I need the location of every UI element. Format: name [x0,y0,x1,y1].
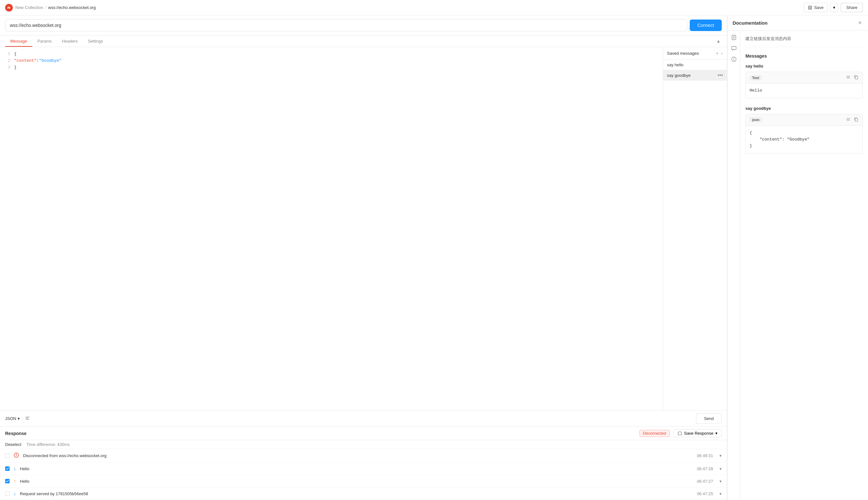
code-editor[interactable]: 1 { 2 "content":"Goodbye" 3 } [0,47,663,410]
response-text-hello-2: Hello [20,479,693,484]
expand-button-3[interactable]: ▾ [719,491,722,496]
save-response-dropdown-icon: ▾ [715,431,718,436]
breadcrumb: New Collection / wss://echo.websocket.or… [15,5,96,10]
bottom-bar: JSON ▾ Send [0,410,727,427]
doc-message-card-goodbye-actions [846,117,859,123]
editor-line-2: 2 "content":"Goodbye" [5,58,658,64]
copy-action-hello[interactable] [854,75,859,81]
doc-nav-info-icon[interactable] [731,56,737,64]
doc-message-group-hello-title: say hello [745,64,863,68]
response-text-served: Request served by 1781505b56ee58 [20,491,693,496]
save-icon [808,5,812,10]
doc-message-group-hello: say hello Text [745,64,863,98]
saved-item-more-button[interactable]: ••• [718,72,723,78]
url-input[interactable] [5,19,687,31]
expand-button-1[interactable]: ▾ [719,466,722,471]
doc-title: Documentation [733,20,857,26]
main-layout: Connect Message Params Headers Settings … [0,15,868,500]
doc-body: 建立链接后发送消息内容 Messages say hello Text [728,31,868,500]
doc-header: Documentation × [728,15,868,31]
response-text-disconnected: Disconnected from wss://echo.websocket.o… [23,453,693,458]
tab-message[interactable]: Message [5,35,32,47]
response-item-hello-sent[interactable]: ↑ Hello 06:47:27 ▾ [0,475,727,488]
format-select[interactable]: JSON ▾ [5,416,20,421]
saved-panel-nav-button[interactable]: › [720,50,723,56]
response-time-3: 06:47:25 [697,491,713,496]
svg-rect-1 [809,6,811,7]
svg-rect-14 [732,46,736,49]
saved-panel-title: Saved messages [667,51,699,56]
saved-panel-header: Saved messages + › [663,47,727,60]
copy-action-goodbye[interactable] [854,117,859,123]
expand-button-0[interactable]: ▾ [719,453,722,458]
sent-icon-2: ↑ [13,478,16,484]
tab-settings[interactable]: Settings [83,35,108,47]
doc-content: 建立链接后发送消息内容 Messages say hello Text [740,31,868,500]
svg-rect-2 [809,8,811,9]
saved-panel-actions: + › [715,50,723,56]
doc-message-group-goodbye: say goodbye json [745,106,863,154]
expand-button-2[interactable]: ▾ [719,479,722,484]
doc-close-button[interactable]: × [857,18,863,27]
response-time-2: 06:47:27 [697,479,713,484]
doc-message-card-hello-header: Text [746,72,863,83]
response-checkbox-3[interactable] [5,491,10,496]
doc-message-group-goodbye-title: say goodbye [745,106,863,111]
send-button[interactable]: Send [696,413,722,424]
doc-message-body-goodbye: { "content": "Goodbye" } [746,126,863,153]
error-icon [13,452,19,459]
doc-message-card-hello-actions [846,75,859,81]
received-icon-1: ↓ [13,466,16,471]
response-item-hello-received[interactable]: ↓ Hello 06:47:28 ▾ [0,463,727,475]
save-button[interactable]: Save [804,3,828,12]
response-time-0: 06:49:31 [697,453,713,458]
format-icon-button[interactable] [24,414,31,423]
format-action-hello[interactable] [846,75,851,81]
add-saved-message-button[interactable]: + [715,50,719,56]
doc-message-badge-hello: Text [750,75,762,80]
response-item-disconnected[interactable]: Disconnected from wss://echo.websocket.o… [0,449,727,463]
save-dropdown-button[interactable]: ▾ [830,3,838,12]
collapse-button[interactable]: ▲ [715,37,722,45]
response-checkbox-1[interactable] [5,466,10,471]
response-title: Response [5,431,26,436]
url-bar: Connect [0,15,727,35]
received-icon-3: ↓ [13,491,16,497]
format-action-goodbye[interactable] [846,117,851,123]
connect-button[interactable]: Connect [690,20,722,31]
response-checkbox-2[interactable] [5,479,10,484]
save-response-icon [677,431,682,436]
svg-point-17 [733,58,734,59]
share-button[interactable]: Share [841,3,863,12]
response-list: Disconnected from wss://echo.websocket.o… [0,449,727,500]
status-badge: Disconnected [639,430,670,437]
documentation-panel: Documentation × [727,15,868,500]
doc-message-card-goodbye-header: json [746,114,863,126]
editor-area: 1 { 2 "content":"Goodbye" 3 } Saved mess… [0,47,727,410]
response-item-request-served[interactable]: ↓ Request served by 1781505b56ee58 06:47… [0,488,727,500]
collection-name[interactable]: New Collection [15,5,43,10]
doc-description: 建立链接后发送消息内容 [745,36,863,47]
doc-message-body-hello: Hello [746,83,863,98]
doc-nav-message-icon[interactable] [731,45,737,53]
svg-rect-21 [855,76,858,79]
format-label: JSON [5,416,16,421]
tab-headers[interactable]: Headers [57,35,83,47]
request-tabs: Message Params Headers Settings ▲ [0,35,727,47]
saved-messages-panel: Saved messages + › say hello say goodbye… [663,47,727,410]
saved-item-say-hello[interactable]: say hello [663,60,727,70]
svg-rect-25 [855,118,858,121]
breadcrumb-separator: / [45,5,46,10]
deselect-button[interactable]: Deselect [5,442,21,447]
save-response-button[interactable]: Save Response ▾ [673,429,722,437]
response-checkbox-0[interactable] [5,454,10,458]
doc-nav-file-icon[interactable] [731,35,737,42]
svg-point-9 [16,456,16,457]
response-section: Response Disconnected Save Response ▾ De… [0,427,727,500]
editor-line-1: 1 { [5,51,658,58]
svg-rect-4 [26,418,28,419]
top-bar: New Collection / wss://echo.websocket.or… [0,0,868,15]
saved-item-say-goodbye[interactable]: say goodbye ••• [663,70,727,81]
svg-rect-5 [26,419,29,420]
tab-params[interactable]: Params [32,35,57,47]
